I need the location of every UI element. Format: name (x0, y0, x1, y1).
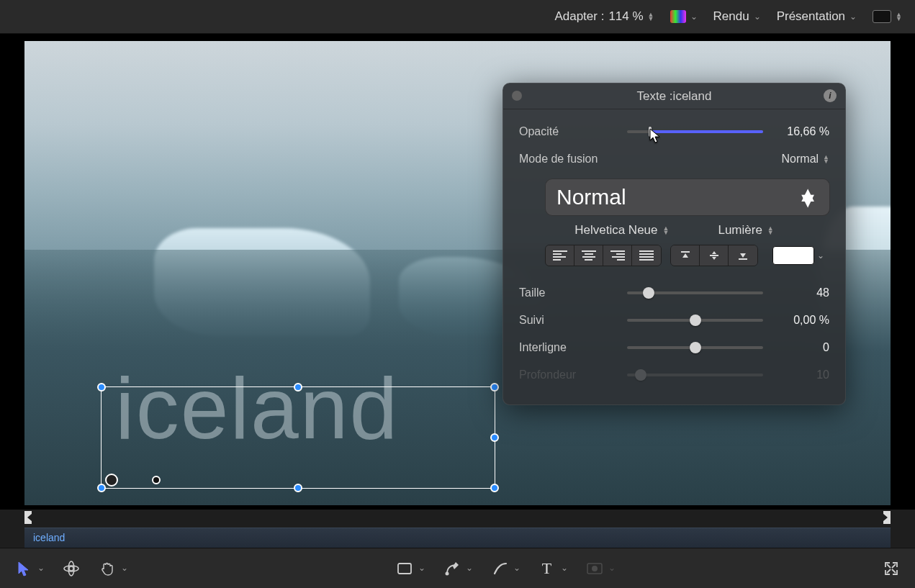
svg-marker-1 (682, 253, 688, 258)
shape-tool-group[interactable]: ⌄ (395, 559, 425, 578)
blend-mode-value: Normal (782, 153, 819, 166)
align-bottom-button[interactable] (729, 245, 757, 266)
chevron-down-icon[interactable]: ⌄ (513, 566, 520, 571)
hud-titlebar[interactable]: Texte : iceland i (503, 83, 845, 109)
resize-handle-tm[interactable] (294, 383, 302, 392)
color-channel-menu[interactable]: ⌄ (670, 10, 698, 23)
opacity-label: Opacité (519, 125, 627, 138)
hud-title-name: iceland (673, 89, 712, 104)
tracking-row: Suivi 0,00 % (519, 307, 829, 334)
align-center-icon (582, 249, 596, 262)
resize-handle-bl[interactable] (97, 484, 106, 492)
paint-stroke-tool[interactable] (490, 559, 509, 578)
brush-icon (492, 561, 508, 576)
chevron-down-icon[interactable]: ⌄ (466, 566, 473, 571)
alignment-row: ⌄ (519, 245, 829, 266)
chevron-down-icon[interactable]: ⌄ (121, 566, 128, 571)
3d-transform-tool[interactable] (62, 559, 81, 578)
size-label: Taille (519, 286, 627, 299)
close-button[interactable] (512, 91, 522, 101)
pen-tool-group[interactable]: ⌄ (443, 559, 473, 578)
arrow-cursor-icon (17, 561, 30, 576)
svg-marker-6 (740, 253, 746, 258)
resize-handle-mr[interactable] (490, 433, 499, 442)
presentation-menu[interactable]: Présentation ⌄ (777, 9, 857, 24)
mask-tool (585, 559, 604, 578)
depth-label: Profondeur (519, 368, 627, 381)
select-tool[interactable] (14, 559, 33, 578)
color-swatch-control[interactable]: ⌄ (772, 246, 824, 265)
font-family-select[interactable]: Helvetica Neue ▲▼ (574, 223, 669, 238)
size-value[interactable]: 48 (773, 286, 829, 299)
timeline-clip[interactable]: iceland (24, 528, 891, 548)
render-menu[interactable]: Rendu ⌄ (713, 9, 761, 24)
svg-marker-10 (19, 562, 28, 576)
svg-point-17 (592, 566, 598, 571)
tracking-slider[interactable] (627, 319, 763, 322)
stepper-icon: ▲▼ (797, 191, 819, 203)
leading-value[interactable]: 0 (773, 341, 829, 354)
stepper-icon: ▲▼ (767, 226, 774, 235)
zoom-fit-label: Adapter : (554, 9, 604, 24)
slider-knob[interactable] (690, 315, 701, 326)
align-left-button[interactable] (546, 245, 574, 266)
slider-knob[interactable] (643, 287, 654, 299)
opacity-value[interactable]: 16,66 % (773, 125, 829, 138)
align-top-button[interactable] (671, 245, 700, 266)
slider-knob[interactable] (690, 342, 701, 353)
leading-row: Interligne 0 (519, 334, 829, 361)
resize-handle-br[interactable] (490, 484, 499, 492)
opacity-slider[interactable] (627, 130, 763, 133)
tool-bar: ⌄ ⌄ ⌄ ⌄ ⌄ T ⌄ ⌄ (0, 548, 915, 588)
leading-label: Interligne (519, 341, 627, 354)
chevron-down-icon: ⌄ (690, 14, 698, 19)
text-color-swatch[interactable] (772, 246, 814, 265)
slider-knob[interactable] (649, 127, 652, 137)
anchor-point[interactable] (105, 474, 118, 487)
chevron-down-icon[interactable]: ⌄ (561, 566, 568, 571)
opacity-row: Opacité 16,66 % (519, 118, 829, 145)
view-layout-menu[interactable]: ▲▼ (873, 10, 902, 23)
chevron-down-icon[interactable]: ⌄ (37, 566, 45, 571)
pan-tool[interactable] (98, 559, 117, 578)
canvas-area: iceland Texte : iceland i Opacité (0, 34, 915, 509)
svg-marker-4 (712, 257, 716, 260)
zoom-fit-control[interactable]: Adapter : 114 % ▲▼ (554, 9, 654, 24)
select-tool-group[interactable]: ⌄ (14, 559, 45, 578)
hud-title-prefix: Texte : (637, 89, 673, 104)
bezier-tool[interactable] (443, 559, 461, 578)
text-hud-panel[interactable]: Texte : iceland i Opacité 16,66 % Mode d… (502, 83, 846, 405)
fullscreen-toggle[interactable] (882, 559, 901, 578)
color-channel-icon (670, 10, 686, 23)
orbit-icon (63, 560, 80, 577)
info-icon[interactable]: i (824, 89, 837, 102)
align-justify-button[interactable] (632, 245, 661, 266)
pen-icon (444, 561, 460, 576)
align-center-button[interactable] (574, 245, 603, 266)
resize-handle-tl[interactable] (97, 383, 106, 392)
selection-box[interactable] (101, 386, 495, 489)
tracking-value[interactable]: 0,00 % (773, 314, 829, 327)
rectangle-tool[interactable] (395, 559, 414, 578)
mini-timeline[interactable]: iceland (0, 509, 915, 548)
pan-tool-group[interactable]: ⌄ (98, 559, 128, 578)
align-middle-button[interactable] (700, 245, 729, 266)
paint-tool-group[interactable]: ⌄ (490, 559, 520, 578)
svg-marker-8 (24, 511, 32, 524)
size-slider[interactable] (627, 291, 763, 294)
chevron-down-icon[interactable]: ⌄ (418, 566, 425, 571)
text-tool-group[interactable]: T ⌄ (538, 559, 568, 578)
resize-handle-bm[interactable] (294, 484, 302, 492)
text-style-value: Normal (556, 185, 626, 209)
align-right-button[interactable] (603, 245, 632, 266)
font-weight-select[interactable]: Lumière ▲▼ (718, 223, 773, 238)
text-style-preset[interactable]: Normal ▲▼ (545, 178, 830, 216)
secondary-anchor[interactable] (152, 476, 161, 484)
blend-mode-select[interactable]: Normal ▲▼ (782, 153, 829, 166)
resize-handle-tr[interactable] (490, 383, 499, 392)
in-point-marker[interactable] (24, 511, 35, 524)
leading-slider[interactable] (627, 346, 763, 349)
text-tool[interactable]: T (538, 559, 556, 578)
out-point-marker[interactable] (880, 511, 891, 524)
horizontal-align-group (545, 245, 662, 266)
